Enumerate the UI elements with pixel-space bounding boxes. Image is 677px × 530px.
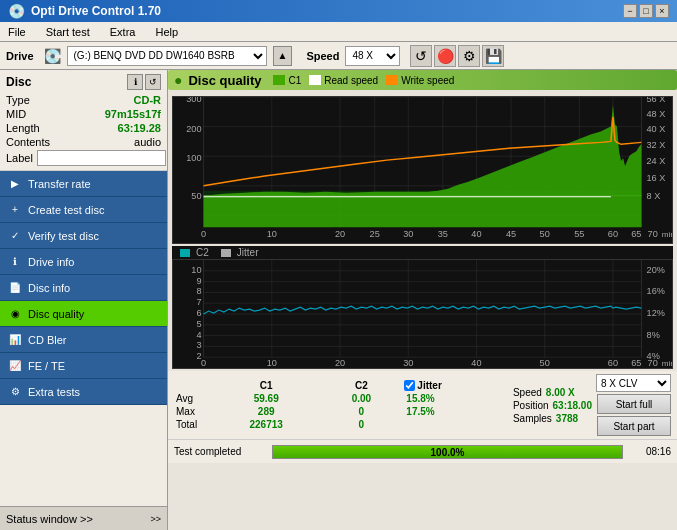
quality-title: Disc quality bbox=[188, 73, 261, 88]
main-layout: Disc ℹ ↺ Type CD-R MID 97m15s17f Length … bbox=[0, 70, 677, 530]
sidebar-item-cd-bler[interactable]: 📊 CD Bler bbox=[0, 327, 167, 353]
svg-text:9: 9 bbox=[196, 276, 201, 286]
svg-text:10: 10 bbox=[191, 265, 201, 275]
title-bar: 💿 Opti Drive Control 1.70 − □ × bbox=[0, 0, 677, 22]
length-value: 63:19.28 bbox=[118, 122, 161, 134]
drive-label: Drive bbox=[6, 50, 34, 62]
sidebar-item-drive-info[interactable]: ℹ Drive info bbox=[0, 249, 167, 275]
legend-c1: C1 bbox=[288, 75, 301, 86]
svg-text:16%: 16% bbox=[647, 287, 665, 297]
settings-button[interactable]: ⚙ bbox=[458, 45, 480, 67]
sidebar-label-create-test: Create test disc bbox=[28, 204, 104, 216]
speed-label-stats: Speed bbox=[513, 387, 542, 398]
svg-text:3: 3 bbox=[196, 341, 201, 351]
svg-text:10: 10 bbox=[267, 358, 277, 368]
sidebar-label-disc-info: Disc info bbox=[28, 282, 70, 294]
sidebar-label-drive-info: Drive info bbox=[28, 256, 74, 268]
svg-text:0: 0 bbox=[201, 229, 206, 239]
col-c1: C1 bbox=[210, 379, 322, 392]
chart1-svg: 300 200 100 50 56 X 48 X 40 X 32 X 24 X … bbox=[173, 97, 672, 243]
legend-write: Write speed bbox=[401, 75, 454, 86]
app-icon: 💿 bbox=[8, 3, 25, 19]
disc-refresh-button[interactable]: ↺ bbox=[145, 74, 161, 90]
speed-value-stats: 8.00 X bbox=[546, 387, 575, 398]
legend-read: Read speed bbox=[324, 75, 378, 86]
speed-label: Speed bbox=[306, 50, 339, 62]
svg-text:30: 30 bbox=[403, 229, 413, 239]
speed-select[interactable]: 48 X bbox=[345, 46, 400, 66]
menu-help[interactable]: Help bbox=[151, 24, 182, 40]
close-button[interactable]: × bbox=[655, 4, 669, 18]
svg-text:8: 8 bbox=[196, 287, 201, 297]
svg-text:4: 4 bbox=[196, 330, 201, 340]
progress-label: Test completed bbox=[174, 446, 264, 457]
position-value: 63:18.00 bbox=[553, 400, 592, 411]
svg-text:8%: 8% bbox=[647, 330, 660, 340]
verify-test-icon: ✓ bbox=[8, 229, 22, 243]
sidebar-item-disc-quality[interactable]: ◉ Disc quality bbox=[0, 301, 167, 327]
svg-text:30: 30 bbox=[403, 358, 413, 368]
jitter-avg: 15.8% bbox=[400, 392, 513, 405]
sidebar-label-transfer-rate: Transfer rate bbox=[28, 178, 91, 190]
c2-avg: 0.00 bbox=[322, 392, 400, 405]
sidebar: Disc ℹ ↺ Type CD-R MID 97m15s17f Length … bbox=[0, 70, 168, 530]
status-window-label: Status window >> bbox=[6, 513, 150, 525]
mid-label: MID bbox=[6, 108, 26, 120]
create-test-icon: + bbox=[8, 203, 22, 217]
svg-text:48 X: 48 X bbox=[647, 109, 666, 119]
jitter-checkbox[interactable] bbox=[404, 380, 415, 391]
sidebar-label-fe-te: FE / TE bbox=[28, 360, 65, 372]
c1-avg: 59.69 bbox=[210, 392, 322, 405]
svg-text:5: 5 bbox=[196, 319, 201, 329]
c2-label: C2 bbox=[196, 247, 209, 258]
c1-max: 289 bbox=[210, 405, 322, 418]
length-label: Length bbox=[6, 122, 40, 134]
sidebar-item-fe-te[interactable]: 📈 FE / TE bbox=[0, 353, 167, 379]
minimize-button[interactable]: − bbox=[623, 4, 637, 18]
svg-text:65: 65 bbox=[631, 358, 641, 368]
drive-eject-button[interactable]: ▲ bbox=[273, 46, 293, 66]
start-full-button[interactable]: Start full bbox=[597, 394, 671, 414]
svg-text:200: 200 bbox=[186, 124, 201, 134]
disc-erase-button[interactable]: 🔴 bbox=[434, 45, 456, 67]
contents-value: audio bbox=[134, 136, 161, 148]
sidebar-item-verify-test[interactable]: ✓ Verify test disc bbox=[0, 223, 167, 249]
sidebar-item-disc-info[interactable]: 📄 Disc info bbox=[0, 275, 167, 301]
svg-text:300: 300 bbox=[186, 97, 201, 104]
svg-text:20: 20 bbox=[335, 358, 345, 368]
svg-text:45: 45 bbox=[506, 229, 516, 239]
sidebar-label-cd-bler: CD Bler bbox=[28, 334, 67, 346]
disc-label-input[interactable] bbox=[37, 150, 166, 166]
progress-time: 08:16 bbox=[631, 446, 671, 457]
type-label: Type bbox=[6, 94, 30, 106]
disc-label-label: Label bbox=[6, 152, 33, 164]
save-button[interactable]: 💾 bbox=[482, 45, 504, 67]
svg-text:32 X: 32 X bbox=[647, 140, 666, 150]
menu-start-test[interactable]: Start test bbox=[42, 24, 94, 40]
sidebar-item-transfer-rate[interactable]: ▶ Transfer rate bbox=[0, 171, 167, 197]
drive-select[interactable]: (G:) BENQ DVD DD DW1640 BSRB bbox=[67, 46, 267, 66]
svg-text:50: 50 bbox=[540, 229, 550, 239]
menu-extra[interactable]: Extra bbox=[106, 24, 140, 40]
c2-max: 0 bbox=[322, 405, 400, 418]
maximize-button[interactable]: □ bbox=[639, 4, 653, 18]
menu-file[interactable]: File bbox=[4, 24, 30, 40]
svg-text:40: 40 bbox=[471, 358, 481, 368]
progress-bar: 100.0% bbox=[272, 445, 623, 459]
sidebar-item-create-test[interactable]: + Create test disc bbox=[0, 197, 167, 223]
refresh-button[interactable]: ↺ bbox=[410, 45, 432, 67]
svg-text:min: min bbox=[662, 359, 672, 368]
svg-text:12%: 12% bbox=[647, 308, 665, 318]
clv-speed-select[interactable]: 8 X CLV bbox=[596, 374, 671, 392]
stats-table: C1 C2 Jitter Avg 59.69 0.00 15.8% bbox=[174, 379, 513, 431]
status-window[interactable]: Status window >> >> bbox=[0, 506, 167, 530]
svg-marker-20 bbox=[204, 105, 642, 227]
svg-text:50: 50 bbox=[540, 358, 550, 368]
transfer-rate-icon: ▶ bbox=[8, 177, 22, 191]
start-part-button[interactable]: Start part bbox=[597, 416, 671, 436]
sidebar-item-extra-tests[interactable]: ⚙ Extra tests bbox=[0, 379, 167, 405]
disc-info-button[interactable]: ℹ bbox=[127, 74, 143, 90]
svg-text:50: 50 bbox=[191, 191, 201, 201]
svg-text:40: 40 bbox=[471, 229, 481, 239]
svg-text:25: 25 bbox=[370, 229, 380, 239]
